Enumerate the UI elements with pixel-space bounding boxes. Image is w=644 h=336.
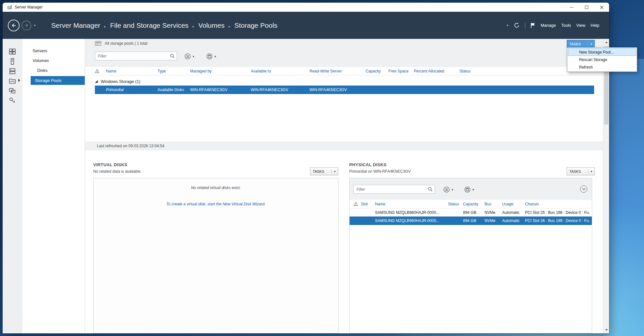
column-percent-allocated[interactable]: Percent Allocated	[414, 69, 459, 73]
file-storage-services-icon[interactable]	[8, 77, 17, 85]
maximize-button[interactable]	[579, 3, 594, 12]
column-read-write-server[interactable]: Read-Write Server	[309, 69, 366, 73]
column-name[interactable]: Name	[106, 69, 157, 73]
menu-manage[interactable]: Manage	[541, 23, 556, 28]
scroll-up-button[interactable]	[603, 40, 609, 45]
table-row-disk-2[interactable]: SAMSUNG MZQLB960HAJR-0000... 894 GB NVMe…	[350, 216, 592, 225]
breadcrumb-separator-icon: ▸	[192, 24, 194, 29]
close-button[interactable]	[594, 3, 609, 12]
window-title: Server Manager	[15, 5, 43, 9]
column-usage[interactable]: Usage	[502, 202, 525, 206]
last-refreshed-bar: Last refreshed on 09.03.2026 13:04:54	[85, 142, 603, 150]
column-bus[interactable]: Bus	[485, 202, 502, 206]
menu-item-rescan-storage[interactable]: Rescan Storage	[568, 56, 636, 63]
window-controls	[564, 3, 609, 12]
all-servers-icon[interactable]	[8, 67, 17, 75]
storage-pools-tasks-button[interactable]: TASKS ▾	[567, 40, 595, 48]
new-virtual-disk-wizard-link[interactable]: To create a virtual disk, start the New …	[94, 202, 338, 206]
column-capacity[interactable]: Capacity	[463, 202, 485, 206]
breadcrumb-server-manager[interactable]: Server Manager	[51, 22, 100, 29]
column-status[interactable]: Status	[459, 69, 495, 73]
column-available-to[interactable]: Available to	[251, 69, 309, 73]
last-refreshed-label: Last refreshed on 09.03.2026 13:04:54	[97, 144, 164, 148]
storage-pools-filter-input[interactable]	[95, 52, 177, 60]
menu-view[interactable]: View	[576, 23, 585, 28]
storage-pools-table-header[interactable]: Name Type Managed by Available to Read-W…	[85, 67, 603, 75]
header-divider	[525, 23, 525, 28]
cell-capacity: 894 GB	[463, 210, 485, 215]
local-server-icon[interactable]	[8, 57, 17, 66]
server-manager-window: Server Manager ▾ Server Manager ▸ File	[3, 3, 609, 333]
breadcrumb-storage-pools[interactable]: Storage Pools	[234, 22, 277, 29]
section-icon-strip	[3, 39, 22, 333]
server-manager-app-icon	[7, 5, 12, 10]
flag-icon	[531, 23, 535, 28]
cell-type: Available Disks	[157, 88, 190, 92]
tools-key-icon[interactable]	[8, 96, 17, 105]
titlebar[interactable]: Server Manager	[3, 3, 609, 12]
cell-bus: NVMe	[485, 218, 502, 223]
column-status[interactable]: Status	[448, 202, 463, 206]
main-content: All storage pools | 1 total TASKS ▾ ▾ ▾	[85, 39, 603, 333]
close-icon	[600, 6, 604, 9]
caret-down-icon: ▾	[472, 188, 474, 191]
filter-criteria-dropdown[interactable]: ▾	[443, 186, 453, 193]
sidebar-item-servers[interactable]: Servers	[22, 46, 85, 56]
storage-pool-icon	[95, 41, 101, 46]
column-name[interactable]: Name	[375, 202, 448, 206]
cell-bus: NVMe	[485, 210, 502, 215]
group-label: Windows Storage (1)	[101, 79, 140, 84]
storage-pools-count-label: All storage pools | 1 total	[105, 41, 147, 46]
breadcrumb: Server Manager ▸ File and Storage Servic…	[51, 22, 277, 29]
refresh-options-caret-icon[interactable]: ▾	[507, 24, 508, 27]
vertical-scrollbar[interactable]	[603, 39, 609, 333]
breadcrumb-volumes[interactable]: Volumes	[198, 22, 225, 29]
back-button[interactable]	[8, 20, 20, 31]
collapse-panel-button[interactable]	[580, 185, 587, 193]
table-row-disk-1[interactable]: SAMSUNG MZQLB960HAJR-0000... 894 GB NVMe…	[350, 208, 592, 216]
column-free-space[interactable]: Free Space	[388, 69, 414, 73]
virtual-disks-tasks-button[interactable]: TASKS ▾	[310, 167, 338, 175]
refresh-button[interactable]	[514, 22, 520, 28]
save-filter-dropdown[interactable]: ▾	[464, 186, 474, 193]
back-arrow-icon	[11, 23, 17, 28]
dashboard-icon[interactable]	[8, 47, 17, 56]
filter-criteria-dropdown[interactable]: ▾	[185, 53, 194, 59]
save-filter-dropdown[interactable]: ▾	[206, 53, 216, 59]
physical-disks-filter-input[interactable]	[353, 185, 435, 194]
alert-column-icon	[353, 202, 361, 206]
menu-item-new-storage-pool[interactable]: New Storage Pool...	[568, 48, 636, 56]
services-panes-icon[interactable]	[8, 87, 17, 95]
tasks-button-label: TASKS	[569, 42, 581, 46]
menu-tools[interactable]: Tools	[561, 23, 571, 28]
tasks-button-label: TASKS	[313, 169, 324, 173]
minimize-button[interactable]	[564, 3, 579, 12]
nav-history-dropdown[interactable]: ▾	[34, 24, 36, 27]
column-type[interactable]: Type	[157, 69, 190, 73]
breadcrumb-file-storage-services[interactable]: File and Storage Services	[110, 22, 188, 29]
table-row-primordial[interactable]: Primordial Available Disks WIN-RFA4KNEC3…	[95, 86, 594, 94]
cell-name: SAMSUNG MZQLB960HAJR-0000...	[375, 210, 448, 215]
scroll-down-button[interactable]	[603, 327, 609, 333]
forward-arrow-icon	[24, 23, 29, 28]
column-capacity[interactable]: Capacity	[366, 69, 388, 73]
virtual-disks-empty-message: No related virtual disks exist.	[94, 185, 338, 190]
section-expand-arrow-icon[interactable]	[18, 79, 20, 82]
tasks-button-label: TASKS	[569, 169, 581, 173]
physical-disks-table-header[interactable]: Slot Name Status Capacity Bus Usage Chas…	[350, 200, 592, 208]
forward-button[interactable]	[22, 21, 31, 30]
column-slot[interactable]: Slot	[361, 202, 375, 206]
column-chassis[interactable]: Chassis	[525, 202, 590, 206]
caret-down-icon: ▾	[193, 55, 194, 58]
notifications-button[interactable]	[531, 23, 535, 28]
sidebar-item-volumes[interactable]: Volumes	[22, 56, 85, 66]
physical-disks-tasks-button[interactable]: TASKS ▾	[567, 167, 595, 175]
caret-down-icon: ▾	[215, 55, 216, 58]
sidebar-item-storage-pools[interactable]: Storage Pools	[31, 76, 85, 85]
group-row-windows-storage[interactable]: Windows Storage (1)	[95, 77, 140, 86]
save-icon	[464, 186, 471, 193]
menu-item-refresh[interactable]: Refresh	[568, 63, 636, 71]
menu-help[interactable]: Help	[591, 23, 599, 28]
column-managed-by[interactable]: Managed by	[190, 69, 251, 73]
sidebar-item-disks[interactable]: Disks	[22, 66, 85, 75]
